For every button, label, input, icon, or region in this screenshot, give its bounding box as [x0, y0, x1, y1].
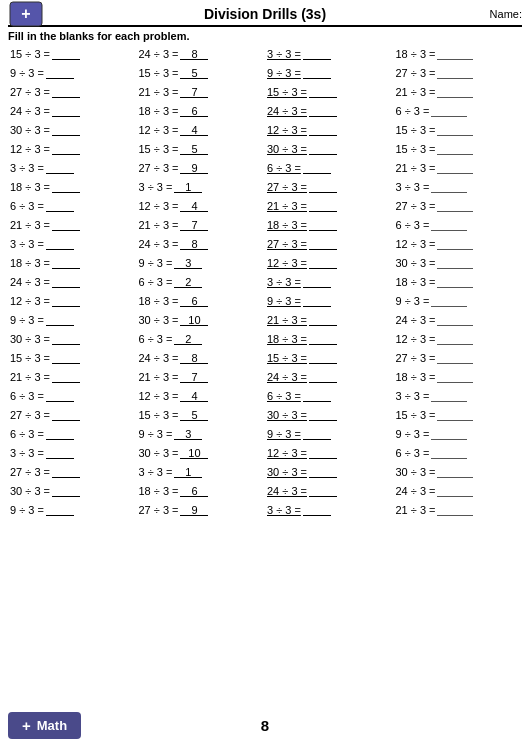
- answer-blank[interactable]: 1: [174, 181, 202, 193]
- answer-blank[interactable]: 6: [180, 295, 208, 307]
- answer-blank[interactable]: [437, 257, 473, 269]
- answer-blank[interactable]: 8: [180, 352, 208, 364]
- answer-blank[interactable]: [437, 371, 473, 383]
- answer-blank[interactable]: [431, 105, 467, 117]
- answer-blank[interactable]: [437, 333, 473, 345]
- answer-blank[interactable]: [52, 295, 80, 307]
- answer-blank[interactable]: [431, 390, 467, 402]
- answer-blank[interactable]: 7: [180, 219, 208, 231]
- answer-blank[interactable]: [437, 466, 473, 478]
- answer-blank[interactable]: 3: [174, 257, 202, 269]
- answer-blank[interactable]: [309, 181, 337, 193]
- answer-blank[interactable]: 8: [180, 48, 208, 60]
- answer-blank[interactable]: [303, 428, 331, 440]
- answer-blank[interactable]: 5: [180, 143, 208, 155]
- answer-blank[interactable]: 10: [180, 314, 208, 326]
- answer-blank[interactable]: [437, 276, 473, 288]
- answer-blank[interactable]: [309, 466, 337, 478]
- answer-blank[interactable]: [52, 276, 80, 288]
- answer-blank[interactable]: [437, 143, 473, 155]
- answer-blank[interactable]: [309, 314, 337, 326]
- answer-blank[interactable]: [303, 504, 331, 516]
- answer-blank[interactable]: [309, 124, 337, 136]
- answer-blank[interactable]: [431, 428, 467, 440]
- answer-blank[interactable]: [52, 48, 80, 60]
- answer-blank[interactable]: [309, 238, 337, 250]
- answer-blank[interactable]: 4: [180, 124, 208, 136]
- answer-blank[interactable]: [431, 447, 467, 459]
- answer-blank[interactable]: 4: [180, 390, 208, 402]
- answer-blank[interactable]: [46, 314, 74, 326]
- answer-blank[interactable]: [303, 276, 331, 288]
- answer-blank[interactable]: [303, 48, 331, 60]
- answer-blank[interactable]: 7: [180, 86, 208, 98]
- answer-blank[interactable]: [309, 447, 337, 459]
- answer-blank[interactable]: [431, 295, 467, 307]
- answer-blank[interactable]: [309, 219, 337, 231]
- answer-blank[interactable]: [431, 219, 467, 231]
- answer-blank[interactable]: [309, 143, 337, 155]
- answer-blank[interactable]: [46, 200, 74, 212]
- answer-blank[interactable]: [303, 390, 331, 402]
- answer-blank[interactable]: [309, 485, 337, 497]
- answer-blank[interactable]: [437, 162, 473, 174]
- answer-blank[interactable]: [309, 333, 337, 345]
- answer-blank[interactable]: [303, 295, 331, 307]
- answer-blank[interactable]: 7: [180, 371, 208, 383]
- answer-blank[interactable]: [437, 314, 473, 326]
- answer-blank[interactable]: [52, 86, 80, 98]
- answer-blank[interactable]: [52, 485, 80, 497]
- answer-blank[interactable]: 6: [180, 485, 208, 497]
- answer-blank[interactable]: 9: [180, 162, 208, 174]
- answer-blank[interactable]: 5: [180, 409, 208, 421]
- answer-blank[interactable]: [437, 48, 473, 60]
- answer-blank[interactable]: 9: [180, 504, 208, 516]
- answer-blank[interactable]: 3: [174, 428, 202, 440]
- answer-blank[interactable]: 10: [180, 447, 208, 459]
- answer-blank[interactable]: [309, 352, 337, 364]
- answer-blank[interactable]: [309, 257, 337, 269]
- answer-blank[interactable]: [52, 181, 80, 193]
- answer-blank[interactable]: [46, 162, 74, 174]
- answer-blank[interactable]: 5: [180, 67, 208, 79]
- answer-blank[interactable]: [437, 124, 473, 136]
- answer-blank[interactable]: 1: [174, 466, 202, 478]
- answer-blank[interactable]: [437, 485, 473, 497]
- answer-blank[interactable]: [52, 257, 80, 269]
- answer-blank[interactable]: [46, 447, 74, 459]
- answer-blank[interactable]: [52, 105, 80, 117]
- answer-blank[interactable]: [46, 504, 74, 516]
- answer-blank[interactable]: 4: [180, 200, 208, 212]
- answer-blank[interactable]: [46, 390, 74, 402]
- answer-blank[interactable]: [437, 409, 473, 421]
- answer-blank[interactable]: 2: [174, 276, 202, 288]
- answer-blank[interactable]: [309, 86, 337, 98]
- answer-blank[interactable]: [303, 67, 331, 79]
- answer-blank[interactable]: [52, 371, 80, 383]
- answer-blank[interactable]: [309, 200, 337, 212]
- answer-blank[interactable]: [52, 333, 80, 345]
- answer-blank[interactable]: [52, 466, 80, 478]
- answer-blank[interactable]: [46, 238, 74, 250]
- answer-blank[interactable]: [46, 428, 74, 440]
- answer-blank[interactable]: [437, 352, 473, 364]
- answer-blank[interactable]: [437, 86, 473, 98]
- answer-blank[interactable]: [309, 371, 337, 383]
- answer-blank[interactable]: [52, 352, 80, 364]
- answer-blank[interactable]: [46, 67, 74, 79]
- answer-blank[interactable]: [437, 67, 473, 79]
- answer-blank[interactable]: 8: [180, 238, 208, 250]
- answer-blank[interactable]: [303, 162, 331, 174]
- answer-blank[interactable]: 6: [180, 105, 208, 117]
- answer-blank[interactable]: [437, 238, 473, 250]
- answer-blank[interactable]: [52, 124, 80, 136]
- answer-blank[interactable]: [309, 409, 337, 421]
- answer-blank[interactable]: [52, 409, 80, 421]
- answer-blank[interactable]: [309, 105, 337, 117]
- answer-blank[interactable]: [437, 504, 473, 516]
- answer-blank[interactable]: 2: [174, 333, 202, 345]
- answer-blank[interactable]: [431, 181, 467, 193]
- answer-blank[interactable]: [52, 143, 80, 155]
- answer-blank[interactable]: [52, 219, 80, 231]
- answer-blank[interactable]: [437, 200, 473, 212]
